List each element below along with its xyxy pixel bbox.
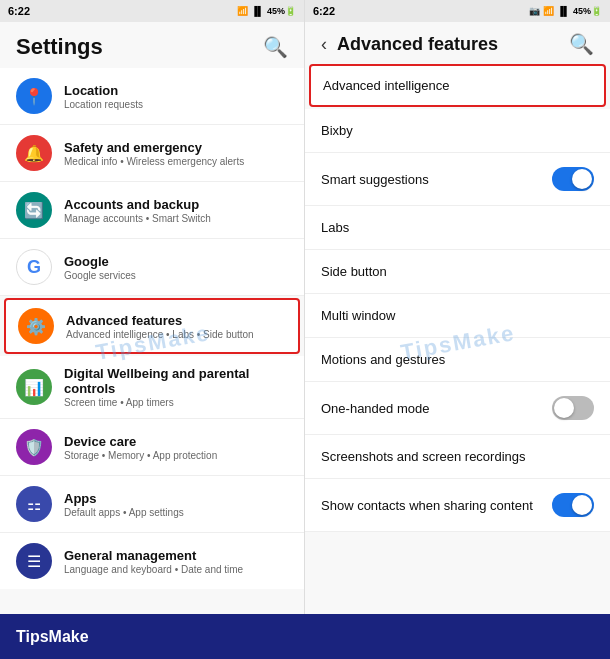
right-item-multi-window[interactable]: Multi window	[305, 294, 610, 338]
location-icon: 📍	[16, 78, 52, 114]
left-item-accounts[interactable]: 🔄 Accounts and backup Manage accounts • …	[0, 182, 304, 239]
right-status-bar: 6:22 📷 📶 ▐▌ 45%🔋	[305, 0, 610, 22]
smart-suggestions-label: Smart suggestions	[321, 172, 429, 187]
digital-subtitle: Screen time • App timers	[64, 397, 288, 408]
safety-text: Safety and emergency Medical info • Wire…	[64, 140, 288, 167]
right-battery: 45%🔋	[573, 6, 602, 16]
right-item-screenshots[interactable]: Screenshots and screen recordings	[305, 435, 610, 479]
device-text: Device care Storage • Memory • App prote…	[64, 434, 288, 461]
location-subtitle: Location requests	[64, 99, 288, 110]
right-status-icons: 📷 📶 ▐▌ 45%🔋	[529, 6, 602, 16]
back-button[interactable]: ‹	[321, 34, 327, 55]
apps-title: Apps	[64, 491, 288, 506]
left-signal-icon: ▐▌	[251, 6, 264, 16]
google-subtitle: Google services	[64, 270, 288, 281]
accounts-subtitle: Manage accounts • Smart Switch	[64, 213, 288, 224]
labs-label: Labs	[321, 220, 349, 235]
right-item-side-button[interactable]: Side button	[305, 250, 610, 294]
right-item-smart-suggestions[interactable]: Smart suggestions	[305, 153, 610, 206]
advanced-title: Advanced features	[66, 313, 286, 328]
right-settings-list: Advanced intelligence Bixby Smart sugges…	[305, 64, 610, 614]
location-text: Location Location requests	[64, 83, 288, 110]
google-icon: G	[16, 249, 52, 285]
google-text: Google Google services	[64, 254, 288, 281]
right-search-button[interactable]: 🔍	[569, 32, 594, 56]
device-title: Device care	[64, 434, 288, 449]
motions-label: Motions and gestures	[321, 352, 445, 367]
location-title: Location	[64, 83, 288, 98]
contacts-share-toggle[interactable]	[552, 493, 594, 517]
left-item-digital[interactable]: 📊 Digital Wellbeing and parental control…	[0, 356, 304, 419]
right-item-one-handed[interactable]: One-handed mode	[305, 382, 610, 435]
advanced-icon: ⚙️	[18, 308, 54, 344]
bixby-label: Bixby	[321, 123, 353, 138]
right-panel: 6:22 📷 📶 ▐▌ 45%🔋 ‹ Advanced features 🔍 A…	[305, 0, 610, 614]
screenshots-label: Screenshots and screen recordings	[321, 449, 526, 464]
left-battery: 45%🔋	[267, 6, 296, 16]
digital-icon: 📊	[16, 369, 52, 405]
one-handed-label: One-handed mode	[321, 401, 429, 416]
accounts-text: Accounts and backup Manage accounts • Sm…	[64, 197, 288, 224]
contacts-share-label: Show contacts when sharing content	[321, 498, 533, 513]
general-text: General management Language and keyboard…	[64, 548, 288, 575]
left-item-location[interactable]: 📍 Location Location requests	[0, 68, 304, 125]
right-item-motions[interactable]: Motions and gestures	[305, 338, 610, 382]
multi-window-label: Multi window	[321, 308, 395, 323]
right-wifi-icon: 📶	[543, 6, 554, 16]
left-search-button[interactable]: 🔍	[263, 35, 288, 59]
apps-text: Apps Default apps • App settings	[64, 491, 288, 518]
left-time: 6:22	[8, 5, 30, 17]
left-status-bar: 6:22 📶 ▐▌ 45%🔋	[0, 0, 304, 22]
advanced-subtitle: Advanced intelligence • Labs • Side butt…	[66, 329, 286, 340]
right-item-labs[interactable]: Labs	[305, 206, 610, 250]
apps-subtitle: Default apps • App settings	[64, 507, 288, 518]
safety-subtitle: Medical info • Wireless emergency alerts	[64, 156, 288, 167]
left-item-device[interactable]: 🛡️ Device care Storage • Memory • App pr…	[0, 419, 304, 476]
left-page-title: Settings	[16, 34, 103, 60]
safety-icon: 🔔	[16, 135, 52, 171]
left-status-icons: 📶 ▐▌ 45%🔋	[237, 6, 296, 16]
smart-suggestions-toggle[interactable]	[552, 167, 594, 191]
digital-title: Digital Wellbeing and parental controls	[64, 366, 288, 396]
left-item-apps[interactable]: ⚏ Apps Default apps • App settings	[0, 476, 304, 533]
footer: TipsMake	[0, 614, 610, 659]
footer-brand: TipsMake	[16, 628, 89, 646]
digital-text: Digital Wellbeing and parental controls …	[64, 366, 288, 408]
general-title: General management	[64, 548, 288, 563]
apps-icon: ⚏	[16, 486, 52, 522]
left-wifi-icon: 📶	[237, 6, 248, 16]
left-panel: 6:22 📶 ▐▌ 45%🔋 Settings 🔍 📍 Location Loc…	[0, 0, 305, 614]
left-header: Settings 🔍	[0, 22, 304, 68]
right-item-contacts-share[interactable]: Show contacts when sharing content	[305, 479, 610, 532]
general-icon: ☰	[16, 543, 52, 579]
left-item-safety[interactable]: 🔔 Safety and emergency Medical info • Wi…	[0, 125, 304, 182]
main-panels: 6:22 📶 ▐▌ 45%🔋 Settings 🔍 📍 Location Loc…	[0, 0, 610, 614]
right-time: 6:22	[313, 5, 335, 17]
general-subtitle: Language and keyboard • Date and time	[64, 564, 288, 575]
right-item-bixby[interactable]: Bixby	[305, 109, 610, 153]
left-item-general[interactable]: ☰ General management Language and keyboa…	[0, 533, 304, 589]
safety-title: Safety and emergency	[64, 140, 288, 155]
right-camera-icon: 📷	[529, 6, 540, 16]
right-signal-icon: ▐▌	[557, 6, 570, 16]
one-handed-toggle[interactable]	[552, 396, 594, 420]
advanced-text: Advanced features Advanced intelligence …	[66, 313, 286, 340]
device-subtitle: Storage • Memory • App protection	[64, 450, 288, 461]
left-item-advanced[interactable]: ⚙️ Advanced features Advanced intelligen…	[4, 298, 300, 354]
left-settings-list: 📍 Location Location requests 🔔 Safety an…	[0, 68, 304, 614]
right-header: ‹ Advanced features 🔍	[305, 22, 610, 64]
right-item-adv-intelligence[interactable]: Advanced intelligence	[309, 64, 606, 107]
side-button-label: Side button	[321, 264, 387, 279]
left-item-google[interactable]: G Google Google services	[0, 239, 304, 296]
device-icon: 🛡️	[16, 429, 52, 465]
google-title: Google	[64, 254, 288, 269]
adv-intelligence-label: Advanced intelligence	[323, 78, 449, 93]
accounts-title: Accounts and backup	[64, 197, 288, 212]
right-page-title: Advanced features	[337, 34, 559, 55]
accounts-icon: 🔄	[16, 192, 52, 228]
